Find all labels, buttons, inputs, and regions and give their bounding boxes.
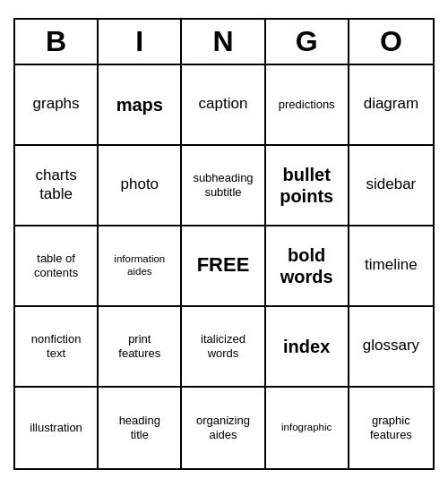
cell-text: photo	[121, 175, 159, 193]
bingo-cell: maps	[99, 65, 182, 146]
bingo-cell: charts table	[15, 146, 99, 226]
bingo-cell: index	[266, 307, 349, 388]
bingo-cell: bullet points	[266, 146, 349, 226]
bingo-card: BINGO graphsmapscaptionpredictionsdiagra…	[13, 18, 435, 470]
bingo-cell: caption	[182, 65, 265, 146]
cell-text: nonfiction text	[31, 332, 82, 360]
bingo-cell: FREE	[182, 226, 265, 307]
header-letter: N	[182, 20, 265, 64]
cell-text: diagram	[364, 95, 418, 113]
cell-text: information aides	[114, 253, 165, 278]
cell-text: bold words	[280, 244, 333, 287]
cell-text: FREE	[197, 253, 250, 277]
cell-text: bullet points	[280, 164, 333, 207]
bingo-cell: graphic features	[349, 388, 433, 468]
bingo-cell: timeline	[349, 226, 433, 307]
header-letter: B	[15, 20, 99, 64]
cell-text: timeline	[365, 256, 418, 274]
cell-text: illustration	[30, 421, 82, 435]
cell-text: predictions	[279, 98, 335, 112]
bingo-cell: bold words	[266, 226, 349, 307]
bingo-cell: nonfiction text	[15, 307, 99, 388]
bingo-cell: print features	[99, 307, 182, 388]
bingo-grid: graphsmapscaptionpredictionsdiagramchart…	[15, 65, 433, 468]
bingo-cell: italicized words	[182, 307, 265, 388]
cell-text: infographic	[281, 422, 332, 434]
bingo-cell: information aides	[99, 226, 182, 307]
bingo-header: BINGO	[15, 20, 433, 65]
bingo-cell: table of contents	[15, 226, 99, 307]
bingo-cell: illustration	[15, 388, 99, 468]
cell-text: table of contents	[34, 252, 78, 279]
bingo-cell: infographic	[266, 388, 349, 468]
cell-text: heading title	[119, 414, 160, 441]
header-letter: I	[99, 20, 182, 64]
cell-text: sidebar	[366, 175, 417, 193]
bingo-cell: sidebar	[349, 146, 433, 226]
bingo-cell: subheading subtitle	[182, 146, 265, 226]
bingo-cell: photo	[99, 146, 182, 226]
cell-text: caption	[199, 95, 248, 113]
cell-text: maps	[116, 94, 163, 115]
cell-text: italicized words	[201, 332, 246, 360]
cell-text: charts table	[35, 167, 76, 203]
header-letter: O	[349, 20, 433, 64]
bingo-cell: diagram	[349, 65, 433, 146]
bingo-cell: graphs	[15, 65, 99, 146]
bingo-cell: glossary	[349, 307, 433, 388]
cell-text: graphs	[33, 95, 80, 113]
bingo-cell: heading title	[99, 388, 182, 468]
header-letter: G	[266, 20, 349, 64]
cell-text: organizing aides	[196, 414, 250, 441]
cell-text: subheading subtitle	[193, 171, 253, 199]
cell-text: print features	[118, 332, 160, 360]
cell-text: glossary	[363, 337, 419, 355]
bingo-cell: predictions	[266, 65, 349, 146]
cell-text: graphic features	[370, 414, 412, 441]
bingo-cell: organizing aides	[182, 388, 265, 468]
cell-text: index	[283, 336, 330, 357]
